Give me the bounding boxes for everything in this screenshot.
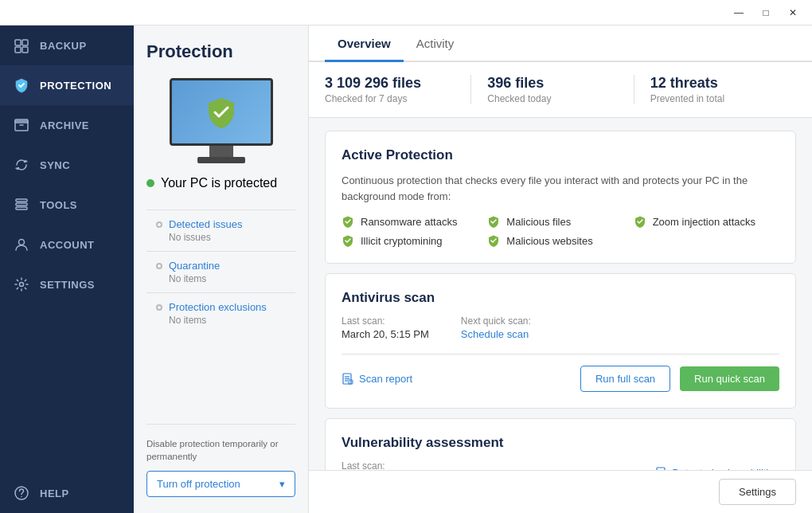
app-body: BACKUP PROTECTION [0, 25, 812, 513]
schedule-scan-link[interactable]: Schedule scan [461, 328, 529, 340]
last-scan-value: March 20, 5:15 PM [342, 328, 429, 340]
monitor-screen [170, 78, 273, 146]
minimize-button[interactable]: — [726, 2, 751, 24]
status-text: Your PC is protected [161, 176, 277, 190]
feature-zoom-injection: Zoom injection attacks [634, 215, 779, 228]
feature-label-zoom: Zoom injection attacks [653, 216, 755, 228]
active-protection-title: Active Protection [342, 147, 779, 163]
next-scan-label: Next quick scan: [461, 315, 531, 327]
sub-item-header-exclusions: Protection exclusions [156, 301, 295, 313]
sub-item-header-quarantine: Quarantine [156, 260, 295, 272]
close-button[interactable]: ✕ [780, 2, 806, 24]
feature-ransomware: Ransomware attacks [342, 215, 487, 228]
monitor-illustration [146, 78, 295, 163]
protection-status: Your PC is protected [146, 176, 277, 190]
settings-button[interactable]: Settings [719, 479, 796, 505]
tools-icon [13, 196, 30, 213]
antivirus-scan-card: Antivirus scan Last scan: March 20, 5:15… [325, 273, 796, 409]
stat-files-7days: 3 109 296 files Checked for 7 days [325, 75, 471, 104]
scan-report-label: Scan report [359, 373, 412, 385]
last-scan-detail: Last scan: March 20, 5:15 PM [342, 315, 429, 341]
bottom-bar: Settings [309, 470, 812, 513]
sidebar-item-settings[interactable]: SETTINGS [0, 264, 134, 304]
sidebar-label-account: ACCOUNT [40, 239, 95, 251]
svg-point-11 [20, 283, 24, 287]
report-icon [342, 373, 354, 386]
sidebar-item-account[interactable]: ACCOUNT [0, 225, 134, 264]
feature-label-malicious-files: Malicious files [506, 216, 571, 228]
sidebar-item-sync[interactable]: SYNC [0, 145, 134, 185]
stat-number-today: 396 files [487, 75, 617, 92]
stat-number-7days: 3 109 296 files [325, 75, 455, 92]
stat-number-threats: 12 threats [650, 75, 780, 92]
sidebar-item-archive[interactable]: ARCHIVE [0, 105, 134, 145]
right-panel: Overview Activity 3 109 296 files Checke… [309, 25, 812, 513]
svg-rect-2 [15, 47, 21, 53]
svg-rect-18 [349, 380, 353, 384]
stats-bar: 3 109 296 files Checked for 7 days 396 f… [309, 62, 812, 118]
shield-check-icon-malicious-files [487, 215, 500, 228]
sidebar-item-protection[interactable]: PROTECTION [0, 65, 134, 105]
svg-point-13 [21, 496, 22, 498]
sidebar-item-tools[interactable]: TOOLS [0, 185, 134, 225]
title-bar: — □ ✕ [0, 0, 812, 25]
stat-threats: 12 threats Prevented in total [650, 75, 796, 104]
active-protection-card: Active Protection Continuous protection … [325, 131, 796, 264]
account-icon [13, 236, 30, 253]
backup-icon [13, 37, 30, 54]
antivirus-scan-title: Antivirus scan [342, 290, 779, 306]
sidebar-label-protection: PROTECTION [40, 80, 111, 92]
feature-label-ransomware: Ransomware attacks [361, 216, 457, 228]
last-scan-label: Last scan: [342, 315, 429, 327]
tab-activity[interactable]: Activity [404, 25, 467, 62]
monitor-stand [209, 146, 233, 157]
scan-info: Last scan: March 20, 5:15 PM Next quick … [342, 315, 779, 341]
exclusions-desc: No items [156, 315, 295, 326]
chevron-down-icon: ▾ [279, 478, 285, 490]
sidebar-label-help: HELP [40, 488, 69, 499]
tab-overview[interactable]: Overview [325, 25, 404, 62]
detected-issues-link[interactable]: Detected issues [169, 218, 243, 230]
archive-icon [13, 116, 30, 134]
content-scroll: Active Protection Continuous protection … [309, 118, 812, 470]
status-dot [146, 179, 154, 187]
exclusions-link[interactable]: Protection exclusions [169, 301, 267, 313]
stat-label-7days: Checked for 7 days [325, 93, 455, 104]
sidebar-label-backup: BACKUP [40, 40, 87, 52]
run-full-scan-button[interactable]: Run full scan [580, 366, 670, 392]
shield-check-icon-ransomware [342, 215, 354, 228]
sub-item-header-detected: Detected issues [156, 218, 295, 230]
svg-rect-5 [15, 119, 28, 123]
sub-dot-detected [156, 221, 162, 228]
svg-rect-3 [22, 47, 28, 53]
features-grid: Ransomware attacks Malicious files [342, 215, 779, 247]
shield-check-icon-websites [487, 234, 500, 247]
maximize-button[interactable]: □ [753, 2, 779, 24]
tabs: Overview Activity [309, 25, 812, 62]
sidebar-label-settings: SETTINGS [40, 279, 95, 291]
window-frame: — □ ✕ BACKUP [0, 0, 812, 513]
shield-check-icon-crypto [342, 234, 354, 247]
vulnerability-title: Vulnerability assessment [342, 435, 779, 451]
sub-item-quarantine: Quarantine No items [146, 251, 295, 292]
vuln-actions: Last scan: March 20, 5:15 PM Detected vu… [342, 460, 779, 470]
scan-report-link[interactable]: Scan report [342, 373, 571, 386]
protection-icon [13, 76, 30, 94]
svg-rect-0 [15, 40, 21, 45]
middle-panel: Protection Your PC is protected [134, 25, 309, 513]
turn-off-protection-button[interactable]: Turn off protection ▾ [146, 471, 295, 497]
vuln-scan-detail: Last scan: March 20, 5:15 PM [342, 460, 429, 470]
quarantine-link[interactable]: Quarantine [169, 260, 220, 272]
stat-label-threats: Prevented in total [650, 93, 780, 104]
svg-rect-8 [16, 207, 27, 210]
run-quick-scan-button[interactable]: Run quick scan [680, 366, 779, 391]
sidebar: BACKUP PROTECTION [0, 25, 134, 513]
feature-malicious-files: Malicious files [487, 215, 633, 228]
quarantine-desc: No items [156, 273, 295, 284]
sidebar-item-help[interactable]: HELP [0, 473, 134, 513]
sidebar-item-backup[interactable]: BACKUP [0, 25, 134, 65]
svg-rect-7 [16, 203, 27, 206]
detected-issues-desc: No issues [156, 232, 295, 243]
shield-badge [204, 95, 239, 130]
feature-cryptomining: Illicit cryptomining [342, 234, 487, 247]
